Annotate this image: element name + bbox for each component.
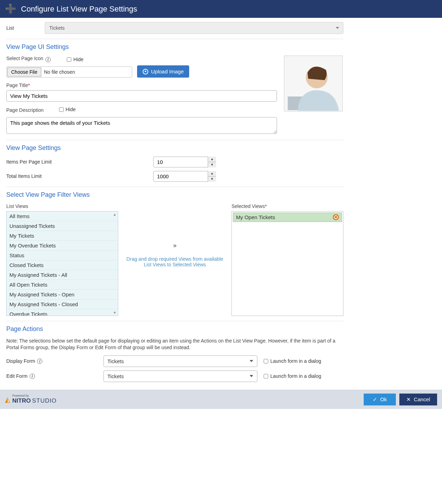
move-right-icon[interactable]: » (125, 242, 224, 249)
stepper-buttons[interactable]: ▲▼ (208, 157, 216, 167)
edit-form-select[interactable]: Tickets (104, 370, 257, 382)
list-views-listbox[interactable]: ▲ ▼ All ItemsUnassigned TicketsMy Ticket… (6, 211, 118, 316)
edit-form-dialog-checkbox[interactable] (264, 374, 268, 379)
hide-icon-checkbox-wrap[interactable]: Hide (67, 57, 84, 62)
check-icon: ✓ (373, 396, 377, 403)
list-item[interactable]: My Tickets (7, 231, 118, 241)
ui-settings-row: Select Page Icon i Hide Choose File No f… (6, 56, 343, 135)
file-input-wrap[interactable]: Choose File No file chosen (6, 66, 132, 78)
items-per-page-row: Items Per Page Limit ▲▼ (6, 157, 343, 167)
page-title-field: Page Title* (6, 82, 277, 102)
list-item[interactable]: All Items (7, 211, 118, 221)
filter-hint-text: Drag and drop required Views from availa… (125, 256, 224, 267)
step-up[interactable]: ▲ (208, 157, 216, 162)
preview-image (284, 56, 343, 111)
remove-icon[interactable]: ✕ (333, 214, 339, 220)
section-filter-title: Select View Page Filter Views (6, 191, 343, 199)
list-item-label: My Open Tickets (236, 214, 275, 220)
page-desc-textarea[interactable] (6, 117, 277, 134)
list-item[interactable]: My Assigned Tickets - All (7, 270, 118, 280)
step-up[interactable]: ▲ (208, 171, 216, 177)
selected-views-label: Selected Views* (231, 203, 343, 209)
list-item[interactable]: Unassigned Tickets (7, 221, 118, 231)
footer-buttons: ✓ Ok ✕ Cancel (364, 394, 437, 405)
edit-form-select-wrap[interactable]: Tickets (104, 370, 257, 382)
hide-desc-label: Hide (66, 107, 76, 112)
total-items-label: Total Items Limit (6, 173, 153, 179)
list-item[interactable]: Status (7, 251, 118, 260)
upload-image-button[interactable]: Upload Image (137, 65, 189, 78)
select-icon-label: Select Page Icon (6, 56, 43, 61)
display-form-dialog-checkbox[interactable] (264, 359, 268, 363)
page-actions-note: Note: The selections below set the defau… (6, 338, 343, 351)
dialog-body: List Tickets View Page UI Settings Selec… (0, 18, 350, 390)
ok-label: Ok (380, 396, 387, 402)
hide-icon-checkbox[interactable] (67, 57, 71, 62)
info-icon[interactable]: i (45, 57, 51, 62)
preview-col (284, 56, 343, 135)
step-down[interactable]: ▼ (208, 177, 216, 182)
info-icon[interactable]: i (30, 374, 35, 379)
close-icon: ✕ (406, 396, 411, 403)
cancel-button[interactable]: ✕ Cancel (399, 394, 437, 405)
items-per-page-label: Items Per Page Limit (6, 159, 153, 165)
divider (6, 187, 343, 187)
list-item[interactable]: Overdue Tickets (7, 309, 118, 316)
filter-mid-column: » Drag and drop required Views from avai… (125, 203, 224, 316)
list-select-wrap[interactable]: Tickets (45, 22, 343, 34)
total-items-stepper[interactable]: ▲▼ (153, 171, 216, 182)
hide-desc-checkbox-wrap[interactable]: Hide (59, 107, 76, 112)
display-form-label-wrap: Display Form i (6, 358, 97, 364)
items-per-page-input[interactable] (153, 157, 216, 167)
list-item[interactable]: My Open Tickets✕ (233, 213, 342, 222)
filter-views-grid: List Views ▲ ▼ All ItemsUnassigned Ticke… (6, 203, 343, 316)
edit-form-row: Edit Form i Tickets Launch form in a dia… (6, 370, 343, 382)
list-label: List (6, 25, 45, 31)
page-desc-field: Page Description Hide (6, 107, 277, 135)
logo-icon: ◭ (5, 395, 10, 404)
display-form-select-wrap[interactable]: Tickets (104, 355, 257, 367)
display-form-select[interactable]: Tickets (104, 355, 257, 367)
display-form-dialog-checkbox-wrap[interactable]: Launch form in a dialog (264, 358, 321, 364)
ui-left-col: Select Page Icon i Hide Choose File No f… (6, 56, 277, 135)
list-item[interactable]: My Assigned Tickets - Open (7, 290, 118, 300)
display-form-dialog-label: Launch form in a dialog (270, 358, 321, 364)
dialog-footer: ◭ Powered by NITRO STUDIO ✓ Ok ✕ Cancel (0, 390, 442, 409)
no-file-text: No file chosen (41, 69, 75, 75)
dialog-header: ➕ Configure List View Page Settings (0, 0, 442, 18)
powered-by-label: Powered by (12, 394, 57, 397)
file-picker-row: Choose File No file chosen Upload Image (6, 65, 277, 78)
list-item[interactable]: Closed Tickets (7, 260, 118, 270)
list-item[interactable]: All Open Tickets (7, 280, 118, 290)
brand-studio: STUDIO (32, 397, 57, 404)
page-title-input[interactable] (6, 90, 277, 102)
section-ui-title: View Page UI Settings (6, 43, 343, 51)
total-items-input[interactable] (153, 171, 216, 182)
list-select[interactable]: Tickets (45, 22, 343, 34)
plus-icon: ➕ (5, 3, 16, 14)
list-item[interactable]: My Assigned Tickets - Closed (7, 300, 118, 309)
page-title: Configure List View Page Settings (21, 5, 137, 14)
step-down[interactable]: ▼ (208, 162, 216, 167)
brand-nitro: NITRO (12, 397, 31, 404)
page-desc-label: Page Description (6, 107, 44, 113)
upload-label: Upload Image (151, 69, 184, 74)
ok-button[interactable]: ✓ Ok (364, 394, 396, 405)
choose-file-button[interactable]: Choose File (7, 67, 41, 77)
stepper-buttons[interactable]: ▲▼ (208, 171, 216, 182)
info-icon[interactable]: i (37, 359, 42, 364)
brand-text: Powered by NITRO STUDIO (12, 394, 57, 404)
hide-desc-checkbox[interactable] (59, 107, 64, 112)
edit-form-dialog-checkbox-wrap[interactable]: Launch form in a dialog (264, 373, 321, 379)
hide-icon-label: Hide (73, 57, 84, 62)
upload-icon (143, 69, 148, 74)
selected-views-listbox[interactable]: My Open Tickets✕ (231, 211, 343, 316)
items-per-page-stepper[interactable]: ▲▼ (153, 157, 216, 167)
page-title-label: Page Title* (6, 82, 30, 88)
section-actions-title: Page Actions (6, 325, 343, 333)
edit-form-dialog-label: Launch form in a dialog (270, 373, 321, 379)
list-views-label: List Views (6, 203, 118, 209)
divider (6, 321, 343, 321)
display-form-row: Display Form i Tickets Launch form in a … (6, 355, 343, 367)
list-item[interactable]: My Overdue Tickets (7, 241, 118, 251)
